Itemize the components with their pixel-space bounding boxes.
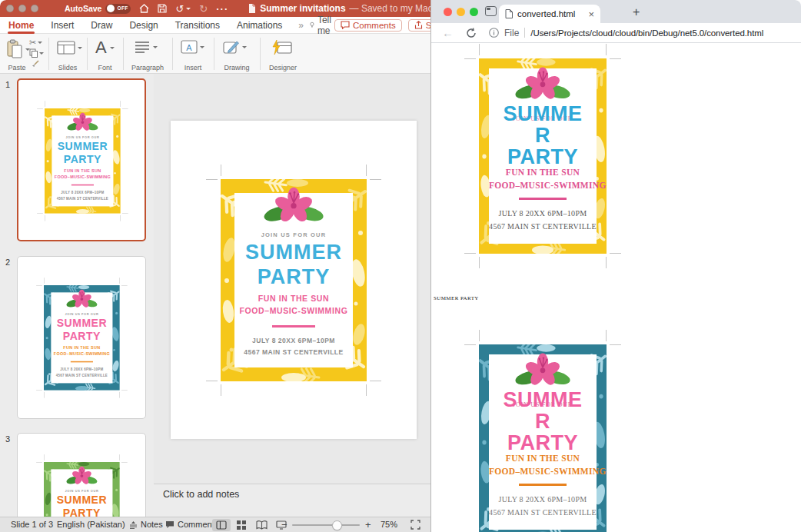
ribbon-tabs: Home Insert Draw Design Transitions Anim…: [0, 17, 430, 34]
invitation-title-line2: PARTY: [234, 265, 353, 289]
cut-chevron-icon[interactable]: [38, 42, 42, 44]
new-slide-button[interactable]: [57, 41, 82, 55]
tab-design[interactable]: Design: [128, 18, 158, 32]
autosave-control[interactable]: AutoSave OFF: [65, 4, 131, 14]
crop-mark: [221, 384, 221, 396]
designer-button[interactable]: [271, 39, 293, 56]
browser-tab[interactable]: converted.html ×: [499, 5, 600, 23]
fit-to-window-button[interactable]: [406, 519, 424, 531]
comments-button[interactable]: Comments: [334, 19, 402, 32]
hibiscus-flower-image: [507, 67, 578, 104]
save-icon[interactable]: [158, 4, 167, 13]
comments-toggle-button[interactable]: Comments: [165, 520, 218, 529]
copy-button[interactable]: [29, 48, 44, 58]
comment-icon: [341, 21, 350, 29]
invitation-slide-3-thumb: JOIN US FOR OURSUMMERPARTYFUN IN THE SUN…: [44, 462, 120, 517]
browser-tabbar: converted.html × +: [431, 0, 801, 23]
slide-3-thumbnail[interactable]: JOIN US FOR OURSUMMERPARTYFUN IN THE SUN…: [17, 433, 146, 517]
browser-zoom-icon[interactable]: [470, 8, 478, 16]
zoom-slider[interactable]: [292, 524, 360, 526]
tab-transitions[interactable]: Transitions: [174, 18, 221, 32]
insert-textbox-button[interactable]: A: [181, 40, 204, 54]
paragraph-chevron-icon[interactable]: [153, 46, 158, 48]
slide-sorter-view-button[interactable]: [232, 519, 251, 531]
slide-page[interactable]: JOIN US FOR OURSUMMERPARTYFUN IN THE SUN…: [171, 121, 417, 439]
invitation-subtitle-1: FUN IN THE SUN: [234, 294, 353, 303]
minimize-window-icon[interactable]: [18, 5, 26, 12]
reading-view-button[interactable]: [252, 519, 271, 531]
browser-content: JOIN US FOR OURSUMMERPARTYFUN IN THE SUN…: [431, 43, 801, 532]
redo-button[interactable]: ↻: [199, 3, 208, 15]
share-button[interactable]: Share: [408, 19, 430, 32]
invitation-eyebrow: JOIN US FOR OUR: [51, 489, 112, 493]
ppt-titlebar: AutoSave OFF ↺ ↻ ··· Summer invitations …: [0, 0, 430, 17]
copy-icon: [29, 48, 38, 58]
back-button[interactable]: ←: [442, 26, 454, 39]
powerpoint-window: AutoSave OFF ↺ ↻ ··· Summer invitations …: [0, 0, 430, 532]
font-chevron-icon[interactable]: [110, 47, 115, 49]
converted-page-label: SUMMER PARTY: [434, 295, 479, 301]
notes-pane[interactable]: Click to add notes: [154, 484, 430, 517]
scissors-icon: ✂: [29, 38, 36, 48]
paste-button[interactable]: [6, 39, 30, 59]
address-separator: [524, 28, 525, 38]
notes-placeholder[interactable]: Click to add notes: [163, 489, 239, 500]
tab-close-icon[interactable]: ×: [588, 9, 594, 19]
invitation-subtitle-2: FOOD–MUSIC-SWIMMING: [234, 306, 353, 315]
slide-1-thumbnail[interactable]: JOIN US FOR OURSUMMERPARTYFUN IN THE SUN…: [17, 78, 146, 241]
zoom-window-icon[interactable]: [31, 5, 38, 12]
drawing-chevron-icon[interactable]: [242, 46, 247, 48]
copy-chevron-icon[interactable]: [39, 52, 44, 55]
designer-group-label: Designer: [261, 64, 305, 71]
crop-mark: [610, 253, 621, 254]
browser-close-icon[interactable]: [444, 8, 452, 16]
slide-2-thumbnail[interactable]: JOIN US FOR OURSUMMERPARTYFUN IN THE SUN…: [17, 256, 146, 419]
invitation-slide-2-thumb: JOIN US FOR OURSUMMERPARTYFUN IN THE SUN…: [44, 285, 120, 391]
insert-chevron-icon[interactable]: [200, 46, 204, 48]
browser-window: converted.html × + ← File /Users/Project…: [430, 0, 801, 532]
saved-status-text: — Saved to my Mac: [350, 3, 430, 14]
crop-mark: [37, 213, 43, 214]
tell-me-button[interactable]: Tell me: [310, 15, 334, 36]
more-commands-icon[interactable]: ···: [216, 3, 228, 15]
cut-button[interactable]: ✂: [29, 38, 42, 48]
invitation-title-line2: PARTY: [52, 153, 113, 165]
tab-overflow-chevron-icon[interactable]: »: [298, 20, 304, 31]
zoom-in-button[interactable]: +: [365, 519, 371, 530]
url-field[interactable]: File /Users/Projects/cloud/cloud/bin/Deb…: [489, 28, 763, 38]
invitation-divider: [519, 198, 567, 200]
tab-draw[interactable]: Draw: [90, 18, 113, 32]
autosave-toggle[interactable]: OFF: [105, 4, 131, 14]
zoom-out-button[interactable]: −: [281, 519, 287, 530]
slide-canvas[interactable]: JOIN US FOR OURSUMMERPARTYFUN IN THE SUN…: [154, 74, 430, 517]
drawing-button[interactable]: [223, 40, 247, 55]
home-icon[interactable]: [139, 4, 149, 13]
paragraph-button[interactable]: [135, 41, 158, 53]
hibiscus-flower-image: [61, 289, 101, 310]
font-button[interactable]: A: [95, 38, 115, 57]
notes-toggle-button[interactable]: Notes: [129, 520, 163, 529]
new-slide-chevron-icon[interactable]: [78, 47, 82, 49]
close-window-icon[interactable]: [6, 5, 14, 12]
invitation-title-line2: PARTY: [51, 330, 112, 342]
undo-chevron-icon[interactable]: [186, 8, 191, 10]
new-tab-button[interactable]: +: [633, 5, 640, 19]
tab-overview-icon[interactable]: [485, 6, 497, 16]
format-painter-button[interactable]: [31, 60, 40, 69]
zoom-slider-thumb[interactable]: [332, 520, 342, 530]
crop-mark: [44, 278, 45, 284]
undo-button[interactable]: ↺: [175, 3, 191, 15]
tab-home[interactable]: Home: [8, 18, 35, 32]
reload-button[interactable]: [466, 28, 477, 38]
normal-view-button[interactable]: [212, 519, 231, 531]
zoom-percent[interactable]: 75%: [381, 520, 397, 529]
tab-insert[interactable]: Insert: [50, 18, 75, 32]
tab-animations[interactable]: Animations: [236, 18, 283, 32]
ribbon-group-insert: A Insert: [173, 34, 213, 74]
url-path[interactable]: /Users/Projects/cloud/cloud/bin/Debug/ne…: [530, 28, 763, 38]
invitation-title-line1: SUMMER: [52, 141, 113, 153]
invitation-canvas[interactable]: JOIN US FOR OURSUMMERPARTYFUN IN THE SUN…: [221, 179, 367, 381]
browser-minimize-icon[interactable]: [457, 8, 465, 16]
invitation-title-line3: PARTY: [489, 431, 597, 455]
language-status[interactable]: English (Pakistan): [57, 520, 125, 529]
